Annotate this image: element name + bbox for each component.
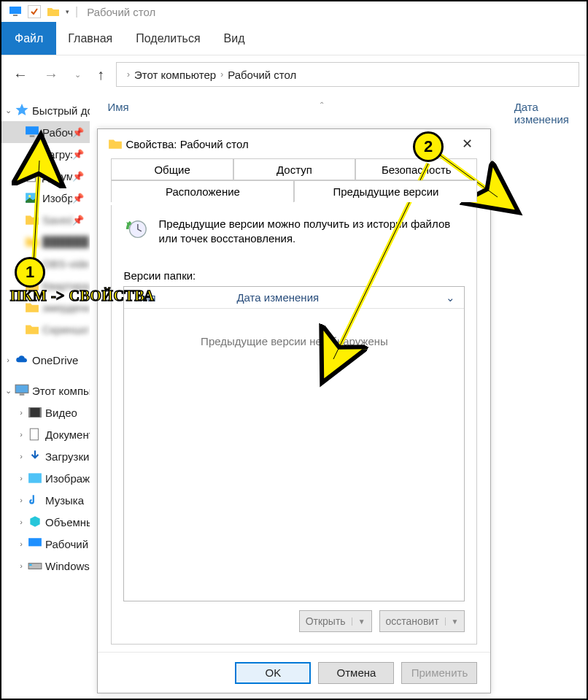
cancel-button[interactable]: Отмена — [318, 662, 394, 684]
pin-icon: 📌 — [72, 149, 84, 160]
sidebar-videos[interactable]: › Видео — [1, 401, 90, 423]
tab-location[interactable]: Расположение — [111, 180, 294, 202]
music-icon — [28, 493, 42, 507]
pictures-icon — [25, 191, 39, 204]
dialog-titlebar[interactable]: Свойства: Рабочий стол ✕ — [98, 129, 490, 158]
sidebar-onedrive[interactable]: › OneDrive — [1, 349, 90, 371]
monitor-icon — [25, 126, 39, 139]
svg-rect-1 — [13, 15, 18, 16]
apply-button[interactable]: Применить — [401, 662, 477, 684]
restore-description: Предыдущие версии можно получить из исто… — [159, 217, 465, 247]
svg-rect-4 — [26, 126, 39, 134]
dialog-buttons: OK Отмена Применить — [98, 652, 490, 693]
sidebar-music[interactable]: › Музыка — [1, 489, 90, 511]
column-date[interactable]: Дата изменения — [514, 101, 569, 126]
sidebar-drive-c[interactable]: › Windows 10 (C:) — [1, 555, 90, 577]
ok-button[interactable]: OK — [235, 662, 311, 684]
dialog-title-text: Свойства: Рабочий стол — [125, 138, 454, 150]
share-tab[interactable]: Поделиться — [124, 22, 212, 55]
folder-icon — [25, 257, 39, 270]
chevron-down-icon: ▼ — [445, 618, 459, 626]
address-bar[interactable]: › Этот компьютер › Рабочий стол — [116, 62, 579, 87]
tab-general[interactable]: Общие — [111, 158, 233, 180]
home-tab[interactable]: Главная — [56, 22, 124, 55]
chevron-right-icon[interactable]: › — [127, 69, 130, 80]
sidebar-documents-pc[interactable]: › Документы — [1, 423, 90, 445]
sidebar-downloads[interactable]: Загрузки 📌 — [1, 143, 90, 165]
close-button[interactable]: ✕ — [454, 133, 480, 155]
tab-security[interactable]: Безопасность — [355, 158, 477, 180]
monitor-icon — [15, 384, 29, 397]
cloud-icon — [15, 353, 29, 366]
sidebar-downloads-pc[interactable]: › Загрузки — [1, 445, 90, 467]
sort-indicator-icon: ⌃ — [319, 101, 325, 126]
forward-button[interactable]: → — [39, 64, 63, 86]
svg-rect-0 — [9, 7, 21, 14]
pin-icon: 📌 — [72, 193, 84, 204]
window-title-text: Рабочий стол — [87, 6, 155, 18]
sidebar-folder-blurred[interactable]: эмердение — [1, 296, 90, 318]
sidebar-folder-blurred[interactable]: Скриншоты — [1, 318, 90, 340]
sidebar-quick-access[interactable]: ⌄ Быстрый доступ — [1, 99, 90, 121]
dialog-tabstrip: Общие Доступ Безопасность Расположение П… — [98, 158, 490, 205]
chevron-down-icon: ▼ — [352, 618, 365, 626]
up-button[interactable]: ↑ — [93, 64, 109, 86]
sidebar-pictures[interactable]: Изображения 📌 — [1, 187, 90, 209]
svg-rect-6 — [26, 157, 38, 158]
breadcrumb-this-pc[interactable]: Этот компьютер — [134, 69, 216, 81]
sidebar-folder-blurred[interactable]: Saved📌 — [1, 209, 90, 231]
column-name[interactable]: Имя — [107, 101, 128, 126]
pictures-icon — [28, 472, 42, 485]
star-icon — [15, 104, 29, 117]
svg-rect-19 — [28, 538, 42, 546]
svg-rect-9 — [29, 175, 34, 176]
svg-rect-16 — [40, 407, 42, 417]
chevron-right-icon[interactable]: › — [220, 69, 223, 80]
sidebar-folder-blurred[interactable]: Квартира — [1, 274, 90, 296]
versions-col-name[interactable]: Имя — [124, 291, 226, 304]
monitor-icon — [28, 537, 42, 550]
navigation-pane: ⌄ Быстрый доступ Рабочий стол 📌 Загрузки… — [1, 93, 90, 699]
sidebar-documents[interactable]: Документы 📌 — [1, 165, 90, 187]
versions-columns[interactable]: Имя Дата изменения ⌄ — [124, 287, 464, 309]
sidebar-pictures-pc[interactable]: › Изображения — [1, 467, 90, 489]
folder-icon — [25, 279, 39, 292]
file-tab[interactable]: Файл — [1, 22, 56, 55]
cube-icon — [28, 515, 42, 528]
downloads-icon — [28, 450, 42, 463]
checkbox-icon — [28, 5, 41, 18]
sidebar-desktop[interactable]: Рабочий стол 📌 — [1, 121, 90, 143]
versions-listbox[interactable]: Имя Дата изменения ⌄ Предыдущие версии н… — [123, 286, 465, 601]
open-button[interactable]: Открыть▼ — [299, 610, 372, 632]
sidebar-folder-blurred[interactable]: OBS-video — [1, 253, 90, 274]
breadcrumb-desktop[interactable]: Рабочий стол — [228, 69, 296, 81]
tab-sharing[interactable]: Доступ — [233, 158, 355, 180]
properties-dialog: Свойства: Рабочий стол ✕ Общие Доступ Бе… — [97, 128, 491, 693]
content-area: Имя ⌃ Дата изменения Свойства: Рабочий с… — [90, 93, 587, 699]
recent-dropdown[interactable]: ⌄ — [70, 67, 85, 82]
sidebar-folder-blurred[interactable]: ██████ — [1, 231, 90, 253]
window-titlebar: ▾ | Рабочий стол — [1, 1, 587, 22]
tab-body-previous-versions: Предыдущие версии можно получить из исто… — [111, 205, 477, 645]
column-headers[interactable]: Имя ⌃ Дата изменения — [90, 93, 587, 131]
tab-previous-versions[interactable]: Предыдущие версии — [294, 180, 477, 202]
folder-icon — [47, 5, 60, 18]
sidebar-3d-objects[interactable]: › Объемные объе — [1, 511, 90, 533]
sidebar-desktop-pc[interactable]: › Рабочий стол — [1, 533, 90, 555]
view-tab[interactable]: Вид — [212, 22, 257, 55]
sidebar-this-pc[interactable]: ⌄ Этот компьютер — [1, 380, 90, 401]
svg-rect-21 — [29, 564, 31, 566]
svg-rect-17 — [30, 428, 38, 440]
svg-rect-8 — [29, 173, 34, 174]
svg-rect-18 — [28, 473, 42, 482]
restore-button[interactable]: осстановит▼ — [379, 610, 465, 632]
drive-icon — [28, 559, 42, 572]
versions-col-date[interactable]: Дата изменения — [226, 291, 329, 304]
pin-icon: 📌 — [72, 127, 84, 138]
video-icon — [28, 406, 42, 419]
quick-access-toolbar-dropdown[interactable]: ▾ — [66, 8, 69, 15]
documents-icon — [28, 428, 42, 441]
back-button[interactable]: ← — [9, 64, 32, 86]
svg-rect-14 — [28, 407, 42, 417]
svg-rect-12 — [15, 385, 28, 393]
